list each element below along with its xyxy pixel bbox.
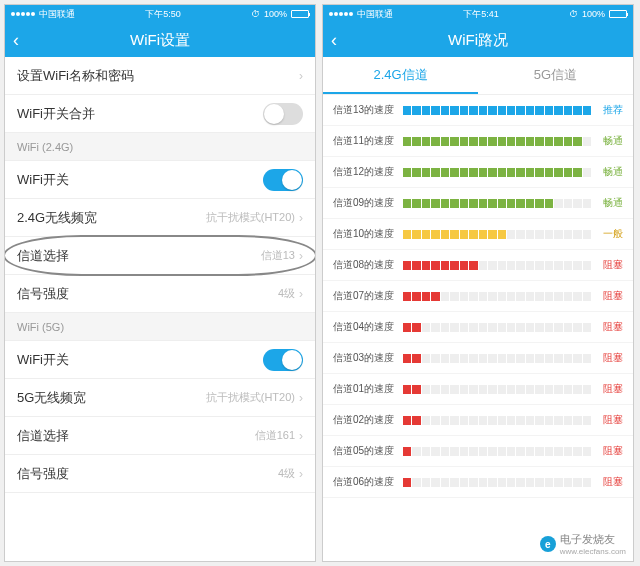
row-24g-bandwidth[interactable]: 2.4G无线频宽 抗干扰模式(HT20)›	[5, 199, 315, 237]
phone-wifi-channels: 中国联通 下午5:41 ⏱ 100% ‹ WiFi路况 2.4G信道 5G信道 …	[322, 4, 634, 562]
row-value: 信道161	[255, 428, 295, 443]
channel-row[interactable]: 信道04的速度阻塞	[323, 312, 633, 343]
row-24g-switch[interactable]: WiFi开关	[5, 161, 315, 199]
row-label: 设置WiFi名称和密码	[17, 67, 134, 85]
clock: 下午5:41	[463, 8, 499, 21]
channel-label: 信道04的速度	[333, 320, 397, 334]
channel-label: 信道13的速度	[333, 103, 397, 117]
row-5g-switch[interactable]: WiFi开关	[5, 341, 315, 379]
channel-label: 信道12的速度	[333, 165, 397, 179]
row-value: 4级	[278, 286, 295, 301]
signal-bars	[403, 354, 591, 363]
signal-bars	[403, 137, 591, 146]
section-header-5g: WiFi (5G)	[5, 313, 315, 341]
header: ‹ WiFi路况	[323, 23, 633, 57]
status-bar: 中国联通 下午5:50 ⏱ 100%	[5, 5, 315, 23]
signal-bars	[403, 416, 591, 425]
back-button[interactable]: ‹	[13, 30, 19, 51]
battery-percent: 100%	[264, 9, 287, 19]
section-header-24g: WiFi (2.4G)	[5, 133, 315, 161]
back-button[interactable]: ‹	[331, 30, 337, 51]
row-label: WiFi开关	[17, 171, 69, 189]
channel-row[interactable]: 信道08的速度阻塞	[323, 250, 633, 281]
channel-label: 信道10的速度	[333, 227, 397, 241]
channel-status: 阻塞	[597, 258, 623, 272]
channel-row[interactable]: 信道03的速度阻塞	[323, 343, 633, 374]
channel-label: 信道03的速度	[333, 351, 397, 365]
channel-status: 阻塞	[597, 289, 623, 303]
toggle-merge[interactable]	[263, 103, 303, 125]
alarm-icon: ⏱	[569, 9, 578, 19]
toggle-24g[interactable]	[263, 169, 303, 191]
channel-row[interactable]: 信道09的速度畅通	[323, 188, 633, 219]
signal-bars	[403, 323, 591, 332]
channel-status: 阻塞	[597, 320, 623, 334]
channel-status: 一般	[597, 227, 623, 241]
row-24g-signal[interactable]: 信号强度 4级›	[5, 275, 315, 313]
channel-status: 阻塞	[597, 351, 623, 365]
signal-bars	[403, 447, 591, 456]
channel-label: 信道07的速度	[333, 289, 397, 303]
channel-row[interactable]: 信道06的速度阻塞	[323, 467, 633, 498]
signal-bars	[403, 478, 591, 487]
row-5g-bandwidth[interactable]: 5G无线频宽 抗干扰模式(HT20)›	[5, 379, 315, 417]
channel-label: 信道01的速度	[333, 382, 397, 396]
signal-bars	[403, 106, 591, 115]
chevron-right-icon: ›	[299, 467, 303, 481]
channel-list[interactable]: 信道13的速度推荐信道11的速度畅通信道12的速度畅通信道09的速度畅通信道10…	[323, 95, 633, 561]
row-5g-channel[interactable]: 信道选择 信道161›	[5, 417, 315, 455]
tab-24g[interactable]: 2.4G信道	[323, 57, 478, 94]
carrier-label: 中国联通	[357, 8, 393, 21]
chevron-right-icon: ›	[299, 287, 303, 301]
chevron-right-icon: ›	[299, 69, 303, 83]
row-label: 信号强度	[17, 465, 69, 483]
signal-bars	[403, 168, 591, 177]
clock: 下午5:50	[145, 8, 181, 21]
chevron-right-icon: ›	[299, 391, 303, 405]
page-title: WiFi路况	[448, 31, 508, 50]
row-label: 信道选择	[17, 427, 69, 445]
chevron-right-icon: ›	[299, 211, 303, 225]
channel-row[interactable]: 信道05的速度阻塞	[323, 436, 633, 467]
channel-status: 阻塞	[597, 413, 623, 427]
channel-status: 阻塞	[597, 444, 623, 458]
channel-row[interactable]: 信道02的速度阻塞	[323, 405, 633, 436]
row-value: 抗干扰模式(HT20)	[206, 210, 295, 225]
signal-bars	[403, 385, 591, 394]
channel-row[interactable]: 信道13的速度推荐	[323, 95, 633, 126]
row-wifi-name-password[interactable]: 设置WiFi名称和密码 ›	[5, 57, 315, 95]
status-bar: 中国联通 下午5:41 ⏱ 100%	[323, 5, 633, 23]
signal-dots-icon	[329, 12, 353, 16]
channel-row[interactable]: 信道10的速度一般	[323, 219, 633, 250]
toggle-5g[interactable]	[263, 349, 303, 371]
channel-status: 畅通	[597, 165, 623, 179]
channel-label: 信道02的速度	[333, 413, 397, 427]
carrier-label: 中国联通	[39, 8, 75, 21]
row-24g-channel[interactable]: 信道选择 信道13›	[5, 237, 315, 275]
battery-icon	[291, 10, 309, 18]
page-title: WiFi设置	[130, 31, 190, 50]
signal-bars	[403, 261, 591, 270]
channel-label: 信道11的速度	[333, 134, 397, 148]
watermark-url: www.elecfans.com	[560, 547, 626, 556]
row-value: 4级	[278, 466, 295, 481]
tab-5g[interactable]: 5G信道	[478, 57, 633, 94]
signal-bars	[403, 230, 591, 239]
phone-wifi-settings: 中国联通 下午5:50 ⏱ 100% ‹ WiFi设置 设置WiFi名称和密码 …	[4, 4, 316, 562]
row-value: 抗干扰模式(HT20)	[206, 390, 295, 405]
channel-status: 阻塞	[597, 475, 623, 489]
channel-status: 畅通	[597, 196, 623, 210]
channel-label: 信道06的速度	[333, 475, 397, 489]
row-5g-signal[interactable]: 信号强度 4级›	[5, 455, 315, 493]
row-wifi-switch-merge[interactable]: WiFi开关合并	[5, 95, 315, 133]
channel-tabs: 2.4G信道 5G信道	[323, 57, 633, 95]
channel-row[interactable]: 信道12的速度畅通	[323, 157, 633, 188]
channel-row[interactable]: 信道07的速度阻塞	[323, 281, 633, 312]
channel-label: 信道05的速度	[333, 444, 397, 458]
channel-status: 阻塞	[597, 382, 623, 396]
row-label: 5G无线频宽	[17, 389, 86, 407]
channel-row[interactable]: 信道11的速度畅通	[323, 126, 633, 157]
watermark-icon: e	[540, 536, 556, 552]
channel-status: 推荐	[597, 103, 623, 117]
channel-row[interactable]: 信道01的速度阻塞	[323, 374, 633, 405]
